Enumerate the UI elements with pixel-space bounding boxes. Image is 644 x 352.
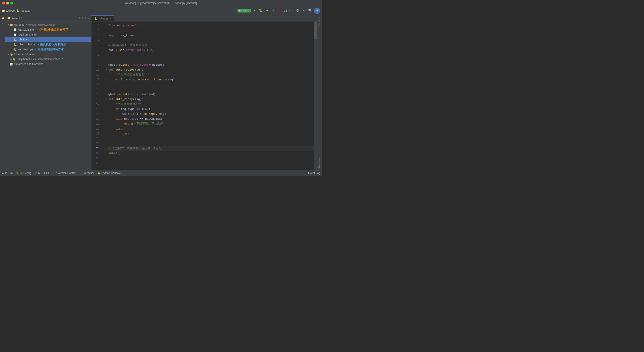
ln-28: 28 <box>92 156 100 161</box>
structure-panel-label[interactable]: 2: Structure <box>318 15 321 30</box>
ln-9: 9 <box>92 63 100 67</box>
ln-15: 15 <box>92 92 100 97</box>
tab-bar: 🐍 robot.py ✕ <box>92 15 317 21</box>
tree-item-wxfriend[interactable]: 🐍 wx_friend.py → 针对好友的封装方法 <box>5 47 91 52</box>
history-icon[interactable]: ⏱ <box>295 8 300 13</box>
project-header-folder-icon: 📁 <box>7 16 10 20</box>
project-folder-icon: 📁 <box>2 9 5 12</box>
window-title: wxrobot [~/PycharmProjects/wxrobot] – ..… <box>125 1 197 5</box>
tree-item-tuling[interactable]: 🐍 tuling_robot.py → 图灵机器人封装方法 <box>5 42 91 47</box>
python-console-btn[interactable]: 🐍 Python Console <box>98 172 121 175</box>
ln-23: 23 <box>92 131 100 136</box>
code-line-29 <box>104 161 314 166</box>
run-config-label: robot <box>242 9 249 12</box>
code-line-2 <box>104 28 314 33</box>
project-settings-icon[interactable]: ⚙ <box>85 16 86 20</box>
run-panel-label: 4: Run <box>5 172 12 175</box>
ln-12: 12 <box>92 77 100 82</box>
bottom-bar: ▶ 4: Run 🐛 5: Debug ☑ 6: TODO ↕ 9: Versi… <box>0 170 322 176</box>
tree-item-wxrobot[interactable]: ▼ 📂 wxrobot ~/PycharmProjects/wxrobot <box>5 22 91 27</box>
folder-open-icon: 📂 <box>10 23 14 26</box>
tree-label-requirements: requirements.txt <box>18 33 37 36</box>
project-close-icon[interactable]: ✕ <box>88 16 90 20</box>
annotation-wxfriend: → 针对好友的封装方法 <box>34 47 64 51</box>
editor-tab-robot[interactable]: 🐍 robot.py ✕ <box>92 15 114 21</box>
ln-18: 18 <box>92 107 100 112</box>
tree-item-robot[interactable]: 🐍 robot.py <box>5 37 91 42</box>
code-editor[interactable]: 1 2 3 4 5 6 7 8 9 10 11 12 13 14 15 16 1… <box>92 21 317 170</box>
profile-icon[interactable]: ⚡ <box>271 8 276 13</box>
git-section: Git: ✓ ✓ <box>284 9 294 12</box>
run-coverage-icon[interactable]: ☂ <box>265 8 270 13</box>
tree-item-ext-libs[interactable]: ▼ 📚 External Libraries <box>5 52 91 57</box>
code-line-6: bot = Bot(cache_path=True) <box>104 48 314 53</box>
annotation-run: → 运行这个主文件夹即可 <box>36 28 68 32</box>
tab-close-icon[interactable]: ✕ <box>110 17 111 20</box>
tree-item-scratches[interactable]: 📝 Scratches and Consoles <box>5 62 91 67</box>
project-header-icons: ⊕ ⊟ ⚙ ✕ <box>79 16 90 20</box>
code-content[interactable]: from wxpy import * import wx_friend <box>102 21 314 170</box>
project-locate-icon[interactable]: ⊕ <box>79 16 80 20</box>
code-line-19: wx_friend.auto_reply(msg) <box>104 112 314 117</box>
ln-8: 8 <box>92 58 100 63</box>
tree-label-wxrobot: wxrobot <box>14 23 24 26</box>
minimize-button[interactable] <box>6 2 9 4</box>
code-line-17: """自动回复好友""" <box>104 102 314 107</box>
debug-panel-btn[interactable]: 🐛 5: Debug <box>16 172 31 175</box>
tree-item-requirements[interactable]: 📋 requirements.txt <box>5 32 91 37</box>
close-button[interactable] <box>2 2 5 4</box>
debug-panel-label: 5: Debug <box>20 172 31 175</box>
scratches-icon: 📝 <box>10 62 14 66</box>
sidebar-vcs-icon[interactable]: ⊞ <box>0 21 5 26</box>
ln-25: 25 <box>92 141 100 146</box>
wxrobot-path: ~/PycharmProjects/wxrobot <box>24 23 54 26</box>
run-action-icon[interactable]: ▶ <box>252 8 257 13</box>
search-icon[interactable]: 🔍 <box>308 8 312 13</box>
fold-marker-10[interactable]: ▼ <box>104 67 108 72</box>
tree-item-python37[interactable]: ▶ 🐍 < Python 3.7 > /usr/local/bin/python… <box>5 57 91 62</box>
terminal-btn[interactable]: ⬛ Terminal <box>80 172 94 175</box>
event-log-btn[interactable]: Event Log <box>308 172 320 175</box>
ln-22: 22 <box>92 126 100 131</box>
project-collapse-icon[interactable]: ⊟ <box>82 16 84 20</box>
tab-py-icon: 🐍 <box>94 17 97 20</box>
code-line-18: if msg.type == TEXT: <box>104 107 314 112</box>
project-dropdown-icon[interactable]: ▼ <box>20 17 22 19</box>
run-panel-btn[interactable]: ▶ 4: Run <box>2 172 12 175</box>
ln-1: 1 <box>92 23 100 28</box>
fold-marker-16[interactable]: ▼ <box>104 97 108 102</box>
run-button[interactable]: ▶ robot <box>238 9 251 12</box>
left-sidebar: 📁 ⊞ <box>0 15 5 170</box>
git-check-icon: ✓ <box>288 9 290 12</box>
todo-panel-label: 6: TODO <box>38 172 49 175</box>
python-console-icon: 🐍 <box>98 172 101 175</box>
code-line-24 <box>104 136 314 141</box>
database-panel-label[interactable]: Database <box>318 157 321 170</box>
code-line-5: # 微信机器人，缓存登录信息 <box>104 43 314 48</box>
debug-icon[interactable]: 🐛 <box>259 8 263 13</box>
traffic-lights <box>2 2 13 4</box>
sidebar-project-icon[interactable]: 📁 <box>0 16 5 20</box>
ln-17: 17 <box>92 102 100 107</box>
code-line-22: else: <box>104 126 314 131</box>
ln-24: 24 <box>92 136 100 141</box>
maximize-button[interactable] <box>10 2 13 4</box>
vc-panel-btn[interactable]: ↕ 9: Version Control <box>52 172 76 175</box>
ln-21: 21 <box>92 122 100 126</box>
run-icon: ▶ <box>239 9 241 12</box>
scrollbar-thumb[interactable] <box>314 21 317 39</box>
user-icon[interactable]: A <box>314 7 320 14</box>
todo-panel-btn[interactable]: ☑ 6: TODO <box>35 172 49 175</box>
undo-icon[interactable]: ↶ <box>302 8 306 13</box>
ln-16: 16 <box>92 97 100 102</box>
code-line-13 <box>104 82 314 87</box>
project-selector[interactable]: 📁 wxrobot 🐍 robot.py <box>2 9 30 12</box>
code-line-28 <box>104 156 314 161</box>
vertical-scrollbar[interactable] <box>314 21 317 170</box>
toolbar: 📁 wxrobot 🐍 robot.py ▶ robot ▶ 🐛 ☂ ⚡ ■ G… <box>0 6 322 15</box>
stop-icon[interactable]: ■ <box>278 8 282 13</box>
project-panel-title: Project <box>12 17 20 20</box>
ln-6: 6 <box>92 48 100 53</box>
editor-area: 🐍 robot.py ✕ 1 2 3 4 5 6 7 8 9 10 11 12 … <box>92 15 317 170</box>
tree-item-readme[interactable]: 📄 README.md → 运行这个主文件夹即可 <box>5 27 91 32</box>
